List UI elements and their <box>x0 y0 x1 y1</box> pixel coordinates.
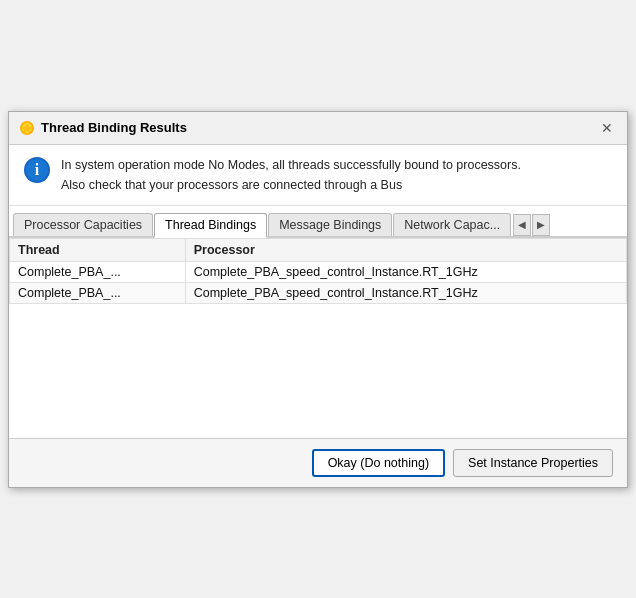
table-row: Complete_PBA_...Complete_PBA_speed_contr… <box>10 282 627 303</box>
title-bar: Thread Binding Results ✕ <box>9 112 627 145</box>
tab-processor-capacities[interactable]: Processor Capacities <box>13 213 153 236</box>
col-thread: Thread <box>10 238 186 261</box>
tabs-area: Processor Capacities Thread Bindings Mes… <box>9 206 627 438</box>
info-bar: i In system operation mode No Modes, all… <box>9 145 627 206</box>
table-container: Thread Processor Complete_PBA_...Complet… <box>9 238 627 438</box>
dialog-title: Thread Binding Results <box>41 120 187 135</box>
footer: Okay (Do nothing) Set Instance Propertie… <box>9 438 627 487</box>
cell-processor: Complete_PBA_speed_control_Instance.RT_1… <box>185 282 626 303</box>
col-processor: Processor <box>185 238 626 261</box>
cell-processor: Complete_PBA_speed_control_Instance.RT_1… <box>185 261 626 282</box>
close-button[interactable]: ✕ <box>597 118 617 138</box>
ok-button[interactable]: Okay (Do nothing) <box>312 449 445 477</box>
table-row: Complete_PBA_...Complete_PBA_speed_contr… <box>10 261 627 282</box>
tab-bar: Processor Capacities Thread Bindings Mes… <box>9 206 627 238</box>
bindings-table: Thread Processor Complete_PBA_...Complet… <box>9 238 627 304</box>
tab-network-capacities[interactable]: Network Capac... <box>393 213 511 236</box>
info-icon: i <box>23 156 51 184</box>
info-line2: Also check that your processors are conn… <box>61 178 402 192</box>
cell-thread: Complete_PBA_... <box>10 282 186 303</box>
set-properties-button[interactable]: Set Instance Properties <box>453 449 613 477</box>
svg-text:i: i <box>35 161 40 178</box>
cell-thread: Complete_PBA_... <box>10 261 186 282</box>
tab-message-bindings[interactable]: Message Bindings <box>268 213 392 236</box>
tab-scroll-left-button[interactable]: ◀ <box>513 214 531 236</box>
tab-thread-bindings[interactable]: Thread Bindings <box>154 213 267 238</box>
info-message: In system operation mode No Modes, all t… <box>61 155 521 195</box>
dialog: Thread Binding Results ✕ i In system ope… <box>8 111 628 488</box>
title-bar-left: Thread Binding Results <box>19 120 187 136</box>
info-line1: In system operation mode No Modes, all t… <box>61 158 521 172</box>
app-icon <box>19 120 35 136</box>
tab-scroll-right-button[interactable]: ▶ <box>532 214 550 236</box>
